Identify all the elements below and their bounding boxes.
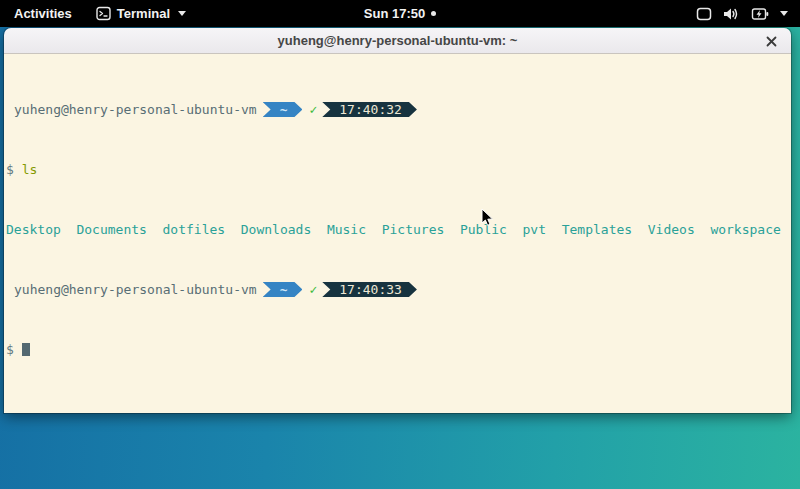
battery-charging-icon xyxy=(751,7,769,21)
activities-button[interactable]: Activities xyxy=(0,0,86,27)
app-menu-label: Terminal xyxy=(117,6,170,21)
dir-entry: Public xyxy=(460,222,507,237)
listing-line: DesktopDocumentsdotfilesDownloadsMusicPi… xyxy=(6,222,789,237)
command-line: $ ls xyxy=(6,162,789,177)
dir-entry: Documents xyxy=(76,222,146,237)
dir-entry: Downloads xyxy=(241,222,311,237)
activities-label: Activities xyxy=(14,6,72,21)
volume-icon xyxy=(723,7,740,21)
chevron-down-icon xyxy=(178,11,186,16)
check-icon: ✓ xyxy=(309,282,317,297)
terminal-icon xyxy=(96,6,111,21)
prompt-symbol: $ xyxy=(6,342,14,357)
prompt-path-segment: ~ xyxy=(263,102,303,117)
screen-icon xyxy=(696,7,712,21)
prompt-time-segment: 17:40:33 xyxy=(322,282,417,297)
prompt-line: yuheng@henry-personal-ubuntu-vm ~ ✓ 17:4… xyxy=(6,102,789,117)
terminal-cursor xyxy=(22,343,30,356)
dir-entry: Desktop xyxy=(6,222,61,237)
prompt-time-segment: 17:40:32 xyxy=(322,102,417,117)
dir-entry: workspace xyxy=(710,222,780,237)
prompt-path-segment: ~ xyxy=(263,282,303,297)
check-icon: ✓ xyxy=(309,102,317,117)
system-status-menu[interactable] xyxy=(696,0,800,27)
terminal-window: yuheng@henry-personal-ubuntu-vm: ~ yuhen… xyxy=(4,28,791,413)
close-icon xyxy=(766,36,777,47)
chevron-down-icon xyxy=(780,11,788,16)
window-titlebar[interactable]: yuheng@henry-personal-ubuntu-vm: ~ xyxy=(4,28,791,54)
dir-entry: pvt xyxy=(523,222,546,237)
dir-entry: Pictures xyxy=(382,222,445,237)
dir-entry: Templates xyxy=(562,222,632,237)
dir-entry: dotfiles xyxy=(163,222,226,237)
command-text: ls xyxy=(22,162,38,177)
clock-label: Sun 17:50 xyxy=(364,6,425,21)
app-menu-terminal[interactable]: Terminal xyxy=(86,0,196,27)
prompt-symbol: $ xyxy=(6,162,14,177)
input-line: $ xyxy=(6,342,789,357)
prompt-user-host: yuheng@henry-personal-ubuntu-vm xyxy=(14,282,257,297)
top-bar: Activities Terminal Sun 17:50 xyxy=(0,0,800,27)
notification-dot-icon xyxy=(431,11,436,16)
window-title: yuheng@henry-personal-ubuntu-vm: ~ xyxy=(278,33,518,48)
prompt-user-host: yuheng@henry-personal-ubuntu-vm xyxy=(14,102,257,117)
close-button[interactable] xyxy=(761,31,781,51)
terminal-screen[interactable]: yuheng@henry-personal-ubuntu-vm ~ ✓ 17:4… xyxy=(4,54,791,413)
clock-button[interactable]: Sun 17:50 xyxy=(364,6,436,21)
dir-entry: Videos xyxy=(648,222,695,237)
prompt-line: yuheng@henry-personal-ubuntu-vm ~ ✓ 17:4… xyxy=(6,282,789,297)
desktop-background: yuheng@henry-personal-ubuntu-vm: ~ yuhen… xyxy=(0,27,800,489)
dir-entry: Music xyxy=(327,222,366,237)
